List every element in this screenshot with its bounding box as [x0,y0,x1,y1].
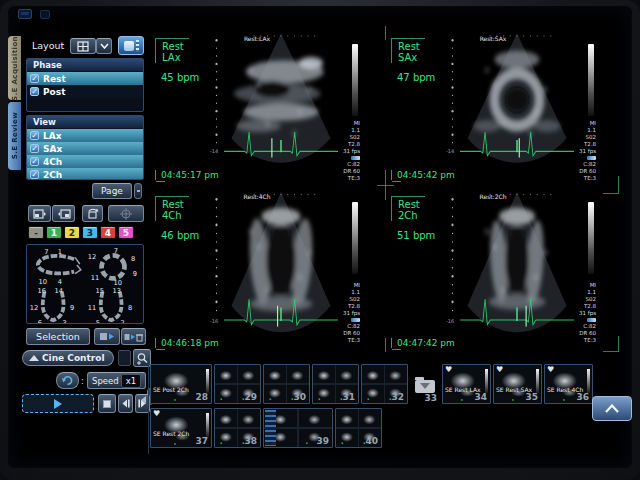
view-item-lax[interactable]: ✓LAx [27,129,143,142]
image-compare-icon [33,209,47,219]
thumbnail-32[interactable]: 32 [361,364,408,404]
depth-marker: -16 [210,318,218,324]
page-button[interactable]: Page [92,183,132,199]
quadrant-divider-mark [385,26,386,40]
thumbnail-29[interactable]: 29 [214,364,261,404]
cine-option-box[interactable] [118,350,131,366]
phase-item-rest[interactable]: ✓ Rest [27,72,143,85]
thumbnail-number: 38 [244,436,257,446]
score-button-4[interactable]: 4 [100,226,116,239]
parameter-line: TE:3 [562,175,596,182]
view-item-2ch[interactable]: ✓2Ch [27,168,143,180]
thumbnail-37[interactable]: ♥SE Rest 2Ch37 [150,408,212,448]
tab-se-review[interactable]: S.E Review [8,102,21,170]
grayscale-bar [588,44,594,116]
parameter-line: S02 [326,296,360,303]
filmstrip-scroll-up-button[interactable] [592,396,632,421]
svg-text:16: 16 [37,287,45,295]
cine-control-collapse[interactable]: Cine Control [22,350,114,366]
compare-left-button[interactable] [28,205,51,222]
thumbnail-39[interactable]: 39 [263,408,333,448]
svg-text:13: 13 [113,287,121,295]
thumbnail-40[interactable]: 40 [335,408,382,448]
tab-se-acquisition[interactable]: S.E Acquisition [8,36,21,100]
checkbox-checked-icon[interactable]: ✓ [30,131,39,140]
thumbnail-label: SE Rest 2Ch [153,430,189,437]
thumbnail-number: 37 [195,436,208,446]
checkbox-checked-icon[interactable]: ✓ [30,74,39,83]
heart-icon: ♥ [153,409,160,418]
svg-text:5: 5 [96,319,100,324]
quadrant-rest-lax[interactable]: RestLAx 45 bpm Rest:LAx MI1.1S02T2.831 f… [150,26,384,182]
stop-button[interactable] [98,394,116,413]
score-button-2[interactable]: 2 [64,226,80,239]
quadrant-rest-sax[interactable]: RestSAx 47 bpm Rest:SAx MI1.1S02T2.831 f… [386,26,624,182]
corner-bracket [603,193,619,194]
score-button-3[interactable]: 3 [82,226,98,239]
depth-marker: -14 [210,148,218,154]
filmstrip-scroll-left-icon[interactable] [141,396,146,404]
checkbox-checked-icon[interactable]: ✓ [30,144,39,153]
thumbnail-33[interactable]: 33 [410,364,440,404]
sector-title: Rest:SAx [458,35,528,42]
quadrant-rest-2ch[interactable]: Rest2Ch 51 bpm Rest:2Ch MI1.1S02T2.831 f… [386,184,624,350]
parameter-line: DR 60 [326,168,360,175]
thumbnail-35[interactable]: ♥SE Rest SAx35 [493,364,542,404]
chevron-up-icon [604,404,620,413]
delete-selection-button[interactable] [121,328,146,345]
view-item-4ch[interactable]: ✓4Ch [27,155,143,168]
thumbnail-31[interactable]: 31 [312,364,359,404]
layout-dropdown-chevron[interactable] [96,38,112,54]
step-back-button[interactable] [118,394,133,413]
target-tool-button[interactable] [108,205,144,222]
svg-text:15: 15 [95,287,103,295]
phase-item-post[interactable]: ✓ Post [27,85,143,98]
speed-control[interactable]: Speed x1 [87,372,146,389]
svg-text:11: 11 [91,274,99,282]
colormap-icon [351,156,360,160]
loop-mode-button[interactable] [56,372,79,389]
parameter-line: DR 60 [562,330,596,337]
filmstrip-row-2: ♥SE Rest 2Ch37383940 [150,408,382,448]
score-button-none[interactable]: - [28,226,44,239]
page-spinner[interactable] [134,183,142,199]
svg-text:3: 3 [62,319,66,324]
view-item-sax[interactable]: ✓SAx [27,142,143,155]
diagram-lax: 7 1 10 4 [27,245,85,285]
grayscale-bar [588,202,594,274]
score-button-row: - 1 2 3 4 5 [28,226,134,239]
send-selection-button[interactable] [94,328,120,345]
capture-view-button[interactable] [118,36,144,55]
checkbox-checked-icon[interactable]: ✓ [30,170,39,179]
thumbnail-number: 30 [293,392,306,402]
thumbnail-number: 32 [391,392,404,402]
thumbnail-36[interactable]: ♥SE Rest 4Ch36 [544,364,593,404]
rotate-view-button[interactable] [82,205,103,222]
layout-label: Layout [32,40,64,51]
parameter-line: TE:3 [326,337,360,344]
thumbnail-28[interactable]: SE Post 2Ch28 [150,364,212,404]
thumbnail-38[interactable]: 38 [214,408,261,448]
quadrant-divider-mark [385,338,386,352]
grayscale-bar [352,44,358,116]
checkbox-checked-icon[interactable]: ✓ [30,157,39,166]
thumbnail-34[interactable]: ♥SE Rest LAx34 [442,364,491,404]
thumbnail-30[interactable]: 30 [263,364,310,404]
svg-text:12: 12 [30,304,38,312]
image-arrow-trash-icon [124,332,143,342]
selection-button[interactable]: Selection [26,328,90,345]
quadrant-rest-4ch[interactable]: Rest4Ch 46 bpm Rest:4Ch MI1.1S02T2.831 f… [150,184,384,350]
sector-title: Rest:LAx [222,35,292,42]
imaging-parameters: MI1.1S02T2.831 fpsC:82DR 60TE:3 [326,282,360,344]
corner-bracket [603,351,619,352]
chevron-down-icon [100,43,109,49]
checkbox-checked-icon[interactable]: ✓ [30,87,39,96]
parameter-line: 1.1 [326,289,360,296]
play-button[interactable] [22,394,94,413]
score-button-1[interactable]: 1 [46,226,62,239]
colon-separator: : [81,376,84,386]
score-button-5[interactable]: 5 [118,226,134,239]
diagram-sax: 7 8 9 10 11 12 [85,245,143,285]
compare-right-button[interactable] [52,205,75,222]
layout-dropdown[interactable] [70,38,96,54]
